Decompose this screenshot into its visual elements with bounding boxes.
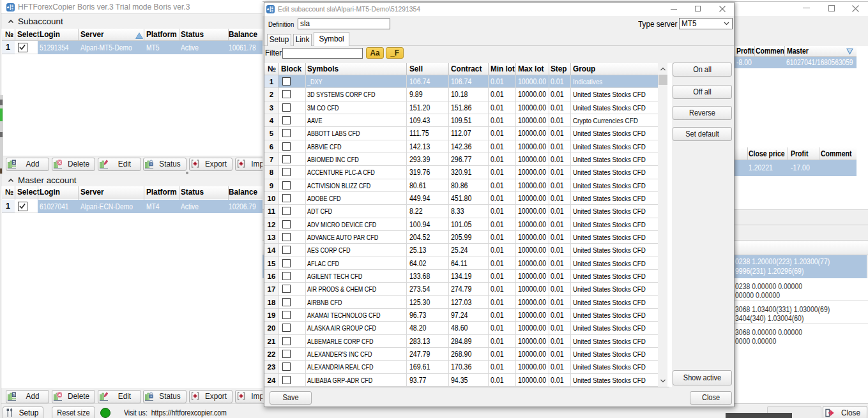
svg-text:5: 5 [13, 160, 16, 165]
svg-text:5: 5 [13, 392, 16, 398]
